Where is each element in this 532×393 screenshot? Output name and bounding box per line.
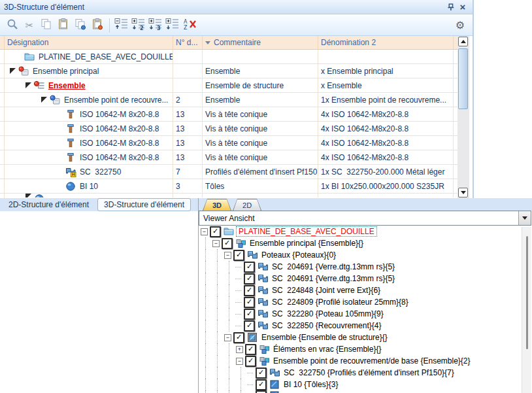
expanded-triangle-icon[interactable] [25, 194, 31, 197]
viewer-tab-2d[interactable]: 2D [233, 199, 261, 211]
dock-tab-2d[interactable]: 2D-Structure d'élément [3, 199, 95, 211]
expanded-triangle-icon[interactable] [25, 82, 31, 88]
visibility-checkbox[interactable]: ✓ [244, 273, 255, 284]
expanded-triangle-icon[interactable] [41, 97, 47, 103]
visibility-checkbox[interactable]: ✓ [210, 226, 221, 237]
tree-row[interactable]: ✓SC 224848 {Joint verre Ext}{6} [199, 284, 522, 296]
tree-row[interactable]: ✓SC 322850 {Recouvrement}{4} [199, 320, 522, 332]
expand-box-icon[interactable]: + [236, 346, 243, 353]
tree-row[interactable]: ✓BI 10 {Tôles}{3} [199, 379, 522, 390]
view-select[interactable]: Viewer Ansicht [199, 211, 531, 226]
tree-row[interactable]: −✓Ensemble {Ensemble de structure}{} [199, 332, 522, 343]
expand-level-3-button[interactable]: 3 [147, 17, 164, 34]
tree-row[interactable]: ✓SC 322750 {Profilés d'élément d'insert … [199, 367, 522, 379]
tree-node-label[interactable]: Ensemble principal {Ensemble}{} [248, 239, 365, 248]
column-header-N° d...[interactable]: N° d... [173, 36, 203, 50]
visibility-checkbox[interactable]: ✓ [256, 379, 267, 390]
column-header-Commentaire[interactable]: Commentaire [203, 36, 318, 50]
tree-node-label[interactable]: Ensemble {Ensemble de structure}{} [259, 333, 390, 342]
tree-node-label[interactable]: Poteaux {Poteaux}{0} [259, 250, 338, 260]
tree-node-label[interactable]: Ensemble point de recouvrement/de base {… [271, 356, 473, 366]
collapse-all-button[interactable] [113, 17, 130, 34]
tree-row[interactable]: −✓Poteaux {Poteaux}{0} [199, 249, 522, 261]
tree-row[interactable]: ✓SC 204691 {Verre.dtg.13mm rs}{5} [199, 261, 522, 273]
column-header-blank[interactable] [0, 36, 5, 50]
clear-sort-button[interactable]: AZ [181, 17, 198, 34]
table-row[interactable]: PLATINE_DE_BASE_AVEC_DOUILLE [0, 50, 457, 64]
chevron-down-icon[interactable] [518, 211, 531, 225]
collapse-box-icon[interactable]: − [201, 228, 208, 235]
table-row[interactable]: Ensemble principalEnsemblex Ensemble pri… [0, 64, 457, 78]
expand-level-2-button[interactable]: 2 [130, 17, 147, 34]
collapse-box-icon[interactable]: − [212, 240, 220, 247]
visibility-checkbox[interactable]: ✓ [244, 309, 255, 320]
tree-row[interactable]: +✓Éléments en vrac {Ensemble}{} [199, 343, 522, 355]
copy-special-button[interactable] [72, 17, 89, 34]
visibility-checkbox[interactable]: ✓ [244, 297, 255, 308]
visibility-checkbox[interactable]: ✓ [256, 367, 267, 379]
tree-node-label[interactable]: SC 224809 {Profilé isolateur 25mm}{8} [270, 298, 410, 307]
scroll-down-button[interactable] [458, 188, 468, 197]
table-row[interactable]: ISO 10642-M 8x20-8.813Vis à tête conique… [0, 136, 457, 150]
tree-row[interactable]: −✓Ensemble point de recouvrement/de base… [199, 355, 522, 367]
table-row[interactable]: HSC 3227507Profilés d'élément d'insert P… [0, 165, 457, 179]
scroll-up-button[interactable] [458, 37, 468, 46]
quantity-value: 7 [176, 167, 180, 177]
tree-node-label[interactable]: SC 204691 {Verre.dtg.13mm rs}{5} [270, 262, 397, 271]
tree-node-label[interactable]: Éléments en vrac {Ensemble}{} [271, 345, 383, 354]
tree-node-label[interactable]: SC 322850 {Recouvrement}{4} [270, 321, 383, 330]
dock-tab-3d[interactable]: 3D-Structure d'élément [97, 198, 191, 211]
denomination-value: 1x SC 322750-200.000 Métal léger [321, 167, 444, 177]
tree-node-label[interactable]: SC 322280 {Poteau 105mm}{9} [270, 309, 386, 318]
column-header-Désignation[interactable]: Désignation [5, 36, 173, 50]
visibility-checkbox[interactable]: ✓ [245, 344, 256, 355]
tree-scroll-thumb[interactable] [526, 236, 528, 349]
pin-icon[interactable] [445, 2, 457, 12]
table-vertical-scrollbar[interactable] [457, 36, 469, 198]
tree-row[interactable]: ✓SC 204691 {Verre.dtg.13mm rs}{5} [199, 273, 522, 284]
tree-row[interactable]: ✓SC 224809 {Profilé isolateur 25mm}{8} [199, 296, 522, 308]
collapse-box-icon[interactable]: − [224, 334, 231, 341]
table-row[interactable]: Ensemble point de recouvre...2Ensemble1x… [0, 93, 457, 107]
tree-node-label[interactable]: SC 224848 {Joint verre Ext}{6} [270, 286, 382, 295]
tree-row[interactable]: −✓Ensemble principal {Ensemble}{} [199, 237, 522, 249]
paste-button[interactable] [55, 17, 72, 34]
tree-node-label[interactable]: SC 322750 {Profilés d'élément d'insert P… [282, 368, 456, 377]
tree-vertical-scrollbar[interactable] [522, 227, 531, 393]
tree-node-label[interactable]: PLATINE_DE_BASE_AVEC_DOUILLE [236, 226, 377, 237]
search-button[interactable] [4, 17, 21, 34]
tree-node-label[interactable]: BI 10 {Tôles}{3} [282, 380, 340, 389]
visibility-checkbox[interactable]: ✓ [222, 238, 233, 249]
table-header: DésignationN° d...CommentaireDénominatio… [0, 36, 457, 50]
visibility-checkbox[interactable]: ✓ [244, 320, 255, 332]
visibility-checkbox[interactable]: ✓ [233, 332, 244, 343]
table-row[interactable]: ISO 10642-M 8x20-8.813Vis à tête conique… [0, 122, 457, 136]
visibility-checkbox[interactable]: ✓ [244, 262, 255, 273]
collapse-box-icon[interactable]: − [224, 252, 231, 259]
table-row[interactable]: ISO 10642-M 8x20-8.813Vis à tête conique… [0, 107, 457, 122]
collapse-box-icon[interactable]: − [236, 358, 243, 365]
tree-node-label[interactable]: SC 204691 {Verre.dtg.13mm rs}{5} [270, 274, 397, 283]
column-header-Dénomination 2[interactable]: Dénomination 2 [318, 36, 454, 50]
table-row[interactable]: EnsembleEnsemble de structurex Ensemble [0, 78, 457, 93]
svg-text:A: A [184, 19, 188, 25]
visibility-checkbox[interactable]: ✓ [244, 285, 255, 296]
visibility-checkbox[interactable]: ✓ [233, 250, 244, 261]
paste-special-button[interactable] [89, 17, 106, 34]
table-row[interactable]: BI 103Tôles1x BI 10x250.000x200.000 S235… [0, 179, 457, 194]
tree-row[interactable]: −✓PLATINE_DE_BASE_AVEC_DOUILLE [199, 226, 522, 237]
scroll-thumb[interactable] [458, 48, 468, 109]
visibility-checkbox[interactable]: ✓ [245, 356, 256, 367]
expand-all-button[interactable] [164, 17, 181, 34]
cut-button[interactable]: ✂ [21, 17, 38, 34]
viewer-tab-3d[interactable]: 3D [203, 199, 231, 211]
table-row[interactable]: ISO 10642-M 8x20-8.813Vis à tête conique… [0, 150, 457, 165]
tree-row[interactable]: ✓SC 322280 {Poteau 105mm}{9} [199, 308, 522, 320]
tree-row[interactable]: ✓ [199, 390, 522, 393]
copy-button[interactable] [38, 17, 55, 34]
close-icon[interactable]: × [457, 2, 469, 12]
settings-button[interactable]: ⚙ [452, 17, 469, 34]
comment-value: Ensemble [205, 67, 240, 76]
expanded-triangle-icon[interactable] [10, 68, 16, 74]
visibility-checkbox[interactable]: ✓ [256, 390, 267, 393]
